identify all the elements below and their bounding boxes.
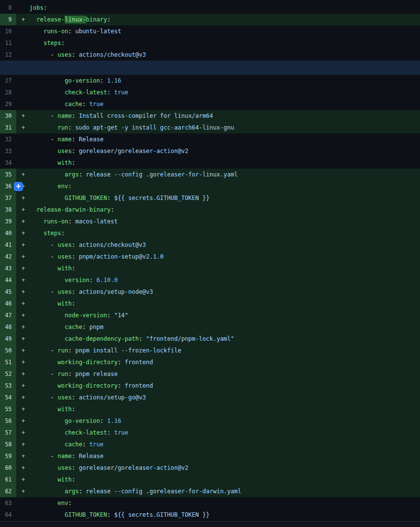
code-text: runs-on: ubuntu-latest [29, 25, 420, 37]
line-number[interactable]: 59 [0, 450, 16, 462]
diff-line: 48+ cache: pnpm [0, 321, 420, 333]
diff-marker: + [16, 403, 29, 415]
diff-marker: + [16, 122, 29, 133]
line-number[interactable]: 33 [0, 145, 16, 157]
diff-marker [16, 145, 29, 157]
line-number[interactable]: 50 [0, 345, 16, 356]
diff-line: 53+ working-directory: frontend [0, 380, 420, 392]
line-number[interactable]: 45 [0, 286, 16, 298]
line-number[interactable]: 53 [0, 380, 16, 392]
line-number[interactable]: 41 [0, 239, 16, 251]
line-number[interactable]: 47 [0, 309, 16, 321]
code-text: working-directory: frontend [29, 380, 420, 392]
code-text: GITHUB_TOKEN: ${{ secrets.GITHUB_TOKEN }… [29, 509, 420, 521]
line-number[interactable]: 11 [0, 37, 16, 49]
diff-code-view: 8jobs:9+ release-linux-binary:10 runs-on… [0, 0, 420, 527]
diff-rows: 8jobs:9+ release-linux-binary:10 runs-on… [0, 2, 420, 521]
expand-hunk-row[interactable] [0, 61, 420, 75]
line-number[interactable]: 34 [0, 157, 16, 169]
line-number[interactable]: 12 [0, 49, 16, 61]
line-number[interactable]: 60 [0, 462, 16, 474]
line-number[interactable]: 43 [0, 263, 16, 274]
line-number[interactable]: 61 [0, 474, 16, 485]
diff-marker [16, 37, 29, 49]
code-text: check-latest: true [29, 427, 420, 439]
diff-marker: + [16, 321, 29, 333]
add-comment-button[interactable]: + [14, 182, 23, 191]
diff-marker: + [16, 450, 29, 462]
diff-line: 9+ release-linux-binary: [0, 14, 420, 25]
line-number[interactable]: 32 [0, 133, 16, 145]
code-text: cache: true [29, 439, 420, 450]
diff-marker: + [16, 462, 29, 474]
diff-line: 33 uses: goreleaser/goreleaser-action@v2 [0, 145, 420, 157]
line-number[interactable]: 49 [0, 333, 16, 345]
diff-line: 47+ node-version: "14" [0, 309, 420, 321]
line-number[interactable]: 38 [0, 204, 16, 216]
line-number[interactable]: 37 [0, 192, 16, 204]
diff-line: 32 - name: Release [0, 133, 420, 145]
diff-line: 12 - uses: actions/checkout@v3 [0, 49, 420, 61]
code-text: uses: goreleaser/goreleaser-action@v2 [29, 145, 420, 157]
line-number[interactable]: 48 [0, 321, 16, 333]
line-number[interactable]: 57 [0, 427, 16, 439]
code-text: - uses: pnpm/action-setup@v2.1.0 [29, 251, 420, 263]
line-number[interactable]: 42 [0, 251, 16, 263]
diff-line: 39+ runs-on: macos-latest [0, 216, 420, 227]
diff-marker: + [16, 274, 29, 286]
line-number[interactable]: 63 [0, 497, 16, 509]
diff-marker: + [16, 415, 29, 427]
code-text: cache: true [29, 98, 420, 110]
diff-marker [16, 133, 29, 145]
diff-line: 55+ with: [0, 403, 420, 415]
code-text: steps: [29, 227, 420, 239]
diff-line: 59+ - name: Release [0, 450, 420, 462]
line-number[interactable]: 40 [0, 227, 16, 239]
code-text: go-version: 1.16 [29, 75, 420, 87]
code-text: cache: pnpm [29, 321, 420, 333]
line-number[interactable]: 8 [0, 2, 16, 14]
line-number[interactable]: 58 [0, 439, 16, 450]
code-text: - uses: actions/checkout@v3 [29, 239, 420, 251]
diff-marker [16, 157, 29, 169]
line-number[interactable]: 30 [0, 110, 16, 122]
code-text: args: release --config .goreleaser-for-d… [29, 485, 420, 497]
line-number[interactable]: 55 [0, 403, 16, 415]
diff-line: 52+ - run: pnpm release [0, 368, 420, 380]
diff-marker: + [16, 169, 29, 180]
diff-line: 64 GITHUB_TOKEN: ${{ secrets.GITHUB_TOKE… [0, 509, 420, 521]
diff-line: 63 env: [0, 497, 420, 509]
diff-line: 35+ args: release --config .goreleaser-f… [0, 169, 420, 180]
code-text: version: 6.10.0 [29, 274, 420, 286]
line-number[interactable]: 56 [0, 415, 16, 427]
diff-marker: + [16, 286, 29, 298]
line-number[interactable]: 35 [0, 169, 16, 180]
code-text: with: [29, 474, 420, 485]
line-number[interactable]: 62 [0, 485, 16, 497]
code-text: with: [29, 157, 420, 169]
diff-marker: + [16, 356, 29, 368]
line-number[interactable]: 51 [0, 356, 16, 368]
line-number[interactable]: 9 [0, 14, 16, 25]
diff-marker: + [16, 333, 29, 345]
line-number[interactable]: 29 [0, 98, 16, 110]
line-number[interactable]: 27 [0, 75, 16, 87]
code-text: node-version: "14" [29, 309, 420, 321]
line-number[interactable]: 54 [0, 392, 16, 403]
line-number[interactable]: 46 [0, 298, 16, 309]
diff-marker [16, 25, 29, 37]
line-number[interactable]: 39 [0, 216, 16, 227]
line-number[interactable]: 52 [0, 368, 16, 380]
line-number[interactable]: 64 [0, 509, 16, 521]
diff-line: 42+ - uses: pnpm/action-setup@v2.1.0 [0, 251, 420, 263]
code-text: - run: pnpm install --frozen-lockfile [29, 345, 420, 356]
line-number[interactable]: 31 [0, 122, 16, 133]
code-text: with: [29, 403, 420, 415]
diff-line: 61+ with: [0, 474, 420, 485]
line-number[interactable]: 28 [0, 87, 16, 98]
line-number[interactable]: 44 [0, 274, 16, 286]
code-text: check-latest: true [29, 87, 420, 98]
line-number[interactable]: 10 [0, 25, 16, 37]
code-text: runs-on: macos-latest [29, 216, 420, 227]
diff-line: 40+ steps: [0, 227, 420, 239]
